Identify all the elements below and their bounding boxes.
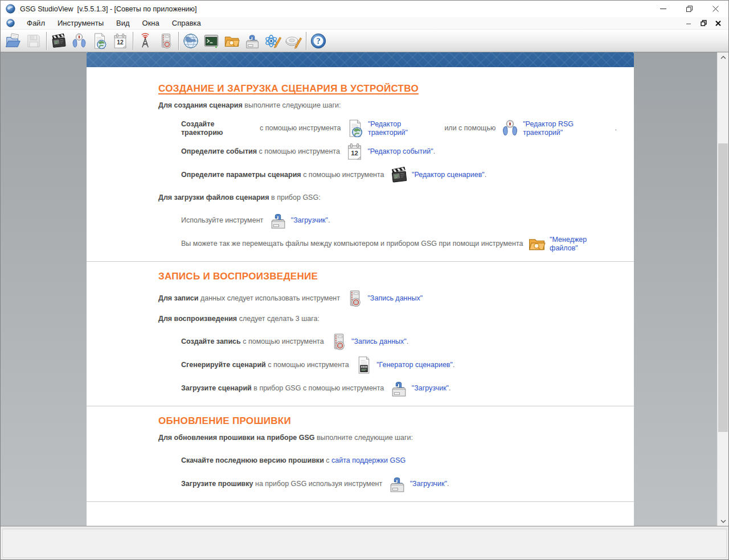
help-section-2: ОБНОВЛЕНИЕ ПРОШИВКИДля обновления прошив… [87,415,634,496]
section-heading: ЗАПИСЬ И ВОСПРОИЗВЕДЕНИЕ [158,271,617,282]
trajectory-editor-button[interactable] [89,31,110,51]
save-floppy-icon [25,32,42,50]
window-minimize-button[interactable] [650,1,676,17]
menu-items: ФайлИнструментыВидОкнаСправка [21,18,207,28]
menu-item-4[interactable]: Справка [166,18,207,28]
close-icon [712,6,719,12]
scenario-editor-button[interactable] [48,31,69,51]
open-button[interactable] [3,31,23,51]
doc-globe-icon [346,119,364,138]
vertical-scrollbar[interactable] [717,52,728,526]
text-bold: Сгенерируйте сценарий [181,361,266,369]
file-manager-icon [527,234,546,253]
section-divider [87,501,634,502]
text: выполните следующие шаги: [314,434,413,442]
globe-icon [182,32,199,50]
text: выполните следующие шаги: [243,101,341,110]
menu-item-3[interactable]: Окна [136,18,166,28]
help-link[interactable]: "Загрузчик" [410,480,447,488]
file-manager-icon [223,32,240,50]
help-link[interactable]: "Запись данных" [367,294,423,303]
text: следует сделать 3 шага: [237,315,320,323]
help-step: Вы можете так же перемещать файлы между … [181,232,617,256]
bottom-panel [1,526,728,559]
record-data-icon [345,289,364,308]
help-link[interactable]: "Загрузчик" [412,384,449,393]
text: или с помощью [443,124,497,133]
help-paragraph: Для записи данных следует использовать и… [158,289,617,308]
menu-item-2[interactable]: Вид [110,18,136,28]
text: . [615,124,617,133]
bottom-panel-inner [2,529,727,558]
child-close-icon [715,20,721,26]
radio-tower-icon [137,32,154,50]
text: с помощью инструмента [301,171,386,179]
text-bold: Для обновления прошивки на приборе GSG [158,434,314,442]
app-window: GSG StudioView [v.5.5.1.3] - [Советы по … [0,0,729,560]
menu-item-1[interactable]: Инструменты [51,18,110,28]
text: в прибор GSG: [269,193,321,202]
child-restore-button[interactable] [696,17,711,29]
rsg-trajectory-editor-button[interactable] [69,31,89,51]
child-close-button[interactable] [711,17,726,29]
text: на прибор GSG используя инструмент [253,480,384,488]
svg-text:?: ? [316,36,320,46]
help-link[interactable]: сайта поддержки GSG [331,456,406,465]
text: . [449,384,450,393]
loader-icon [390,379,408,398]
help-paragraph: Для загрузки файлов сценария в прибор GS… [158,193,617,202]
section-heading: ОБНОВЛЕНИЕ ПРОШИВКИ [158,415,617,427]
console-button[interactable] [201,31,222,51]
help-link[interactable]: "Редактор сценариев" [412,171,485,179]
scrollbar-track[interactable] [718,62,728,516]
event-editor-button[interactable]: 12 [110,31,130,51]
atom-pencil-icon [264,32,281,50]
child-minimize-button[interactable] [681,17,696,29]
chevron-down-icon [720,520,726,523]
text-bold: Загрузите прошивку [181,480,253,488]
help-link[interactable]: "Генератор сценариев" [376,361,453,369]
help-link[interactable]: "Запись данных" [351,337,407,346]
help-link[interactable]: "Менеджер файлов" [550,236,617,253]
terminal-icon [203,32,220,50]
text: . [453,361,454,369]
help-link[interactable]: "Загрузчик" [291,216,328,225]
help-section-1: ЗАПИСЬ И ВОСПРОИЗВЕДЕНИЕДля записи данны… [87,271,634,400]
menu-item-0[interactable]: Файл [21,18,51,28]
help-paragraph: Для создания сценария выполните следующи… [158,101,617,110]
file-manager-button[interactable] [222,31,242,51]
scenario-generator-icon [354,356,373,374]
dish-editor-button[interactable] [283,31,304,51]
help-step: Создайте траекторию с помощью инструмент… [181,117,617,140]
scrollbar-thumb[interactable] [718,143,728,432]
text: с помощью инструмента [258,124,342,133]
text-bold: Для создания сценария [158,101,243,110]
web-button[interactable] [181,31,201,51]
section-heading: СОЗДАНИЕ И ЗАГРУЗКА СЦЕНАРИЯ В УСТРОЙСТВ… [158,83,617,94]
rsg-feet-icon [71,32,88,50]
titlebar: GSG StudioView [v.5.5.1.3] - [Советы по … [1,1,728,17]
help-step: Загрузите сценарий в прибор GSG с помощь… [181,377,617,400]
window-title: GSG StudioView [v.5.5.1.3] - [Советы по … [20,5,196,13]
child-window-controls [681,17,728,29]
scroll-down-button[interactable] [718,516,728,526]
help-paragraph: Для воспроизведения следует сделать 3 ша… [158,315,617,323]
clapperboard-icon [390,166,408,184]
help-link[interactable]: "Редактор траекторий" [368,120,443,137]
help-page: СОЗДАНИЕ И ЗАГРУЗКА СЦЕНАРИЯ В УСТРОЙСТВ… [87,52,634,526]
window-controls [650,1,728,17]
record-data-button[interactable] [155,31,176,51]
help-link[interactable]: "Редактор событий" [367,147,433,156]
chevron-up-icon [720,56,726,59]
scroll-up-button[interactable] [718,52,728,62]
window-close-button[interactable] [702,1,728,17]
window-restore-button[interactable] [676,1,702,17]
help-link[interactable]: "Редактор RSG траекторий" [523,120,615,137]
radio-signal-button[interactable] [135,31,155,51]
loader-button[interactable] [242,31,263,51]
atom-editor-button[interactable] [263,31,283,51]
text: . [485,171,486,179]
text: данных следует использовать инструмент [198,294,342,303]
help-button[interactable]: ? [308,31,329,51]
save-button[interactable] [23,31,44,51]
